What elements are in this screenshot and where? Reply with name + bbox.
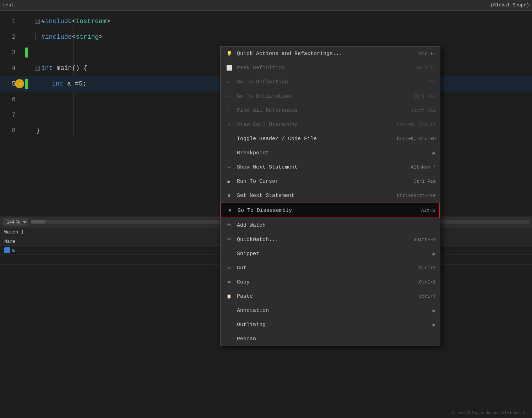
breakpoint-arrow: ▶ (433, 150, 436, 156)
menu-shortcut-go-to-disassembly: Alt+G (414, 208, 435, 213)
line-number-2: 2 (0, 33, 21, 40)
gutter-3 (21, 48, 32, 57)
menu-label-show-next: Show Next Statement (237, 164, 404, 170)
watch-var-icon (4, 247, 10, 253)
collapse-box-1[interactable]: − (35, 19, 40, 24)
line-number-4: 4 (0, 65, 21, 72)
line-number-7: 7 (0, 111, 21, 119)
menu-item-breakpoint[interactable]: Breakpoint ▶ (221, 146, 440, 160)
view-call-hierarchy-icon: ⊞ (225, 120, 233, 129)
go-to-disassembly-icon: ⊞ (226, 206, 234, 215)
menu-label-run-to-cursor: Run To Cursor (237, 178, 407, 185)
menu-label-go-to-definition: Go To Definition (237, 79, 420, 85)
menu-item-go-to-declaration[interactable]: ≡→ Go To Declaration Ctrl+F12 (221, 89, 440, 103)
arrow-indicator: → (15, 79, 24, 88)
code-content-1: − #include<iostream> (32, 18, 532, 25)
set-next-statement-icon: ≣ (225, 191, 233, 200)
menu-label-go-to-disassembly: Go To Disassembly (238, 208, 414, 214)
menu-label-rescan: Rescan (237, 336, 436, 342)
menu-shortcut-cut: Ctrl+X (412, 265, 436, 271)
menu-item-rescan[interactable]: Rescan (221, 332, 440, 346)
copy-icon: ⧉ (225, 278, 233, 286)
snippet-icon (225, 249, 233, 258)
menu-shortcut-view-call-hierarchy: Ctrl+K, Ctrl+T (390, 122, 436, 127)
menu-label-snippet: Snippet (237, 251, 430, 257)
menu-label-copy: Copy (237, 279, 412, 285)
cut-icon: ✂ (225, 264, 233, 272)
outlining-icon (225, 320, 233, 329)
menu-item-cut[interactable]: ✂ Cut Ctrl+X (221, 261, 440, 275)
scroll-thumb (31, 220, 45, 224)
menu-item-add-watch[interactable]: 👁 Add Watch (221, 218, 440, 232)
menu-item-show-next[interactable]: → Show Next Statement Alt+Num * (221, 160, 440, 174)
menu-item-view-call-hierarchy[interactable]: ⊞ View Call Hierarchy Ctrl+K, Ctrl+T (221, 117, 440, 132)
menu-item-peek-definition[interactable]: ⬜ Peek Definition Alt+F12 (221, 61, 440, 75)
menu-item-paste[interactable]: 📋 Paste Ctrl+V (221, 289, 440, 303)
menu-shortcut-set-next-statement: Ctrl+Shift+F10 (390, 193, 436, 198)
code-content-2: #include<string> (32, 33, 532, 40)
run-to-cursor-icon: ▶ (225, 177, 233, 186)
code-line-2: 2 #include<string> (0, 29, 532, 45)
quickwatch-icon: 👁 (225, 235, 233, 244)
lightbulb-icon: 💡 (225, 49, 233, 58)
menu-item-go-to-disassembly[interactable]: ⊞ Go To Disassembly Alt+G (221, 203, 440, 218)
menu-shortcut-paste: Ctrl+V (412, 294, 436, 299)
toggle-header-icon (225, 134, 233, 143)
menu-item-go-to-definition[interactable]: ≡→ Go To Definition F12 (221, 75, 440, 89)
menu-shortcut-run-to-cursor: Ctrl+F10 (407, 179, 436, 184)
zoom-select[interactable]: 144 % (3, 218, 28, 226)
menu-item-find-all-references[interactable]: ≡↕ Find All References Shift+F12 (221, 103, 440, 117)
menu-shortcut-quickwatch: Shift+F9 (407, 237, 436, 242)
menu-label-paste: Paste (237, 293, 412, 299)
menu-label-breakpoint: Breakpoint (237, 150, 430, 156)
code-line-1: 1 − #include<iostream> (0, 13, 532, 29)
add-watch-icon: 👁 (225, 221, 233, 230)
collapse-box-4[interactable]: − (35, 66, 40, 71)
context-menu: 💡 Quick Actions and Refactorings... Ctrl… (220, 46, 440, 346)
menu-label-find-all-references: Find All References (237, 108, 404, 114)
menu-item-outlining[interactable]: Outlining ▶ (221, 318, 440, 332)
menu-shortcut-go-to-declaration: Ctrl+F12 (407, 94, 436, 99)
menu-label-add-watch: Add Watch (237, 222, 429, 229)
menu-shortcut-copy: Ctrl+C (412, 280, 436, 285)
snippet-arrow: ▶ (433, 251, 436, 257)
line-number-8: 8 (0, 127, 21, 134)
menu-label-quick-actions: Quick Actions and Refactorings... (237, 51, 412, 57)
menu-label-annotation: Annotation (237, 308, 430, 314)
paste-icon: 📋 (225, 292, 233, 301)
show-next-icon: → (225, 163, 233, 171)
menu-item-copy[interactable]: ⧉ Copy Ctrl+C (221, 275, 440, 289)
menu-label-outlining: Outlining (237, 322, 430, 328)
menu-item-run-to-cursor[interactable]: ▶ Run To Cursor Ctrl+F10 (221, 174, 440, 188)
go-to-definition-icon: ≡→ (225, 78, 233, 86)
rescan-icon (225, 335, 233, 343)
menu-item-snippet[interactable]: Snippet ▶ (221, 247, 440, 261)
menu-shortcut-peek-definition: Alt+F12 (409, 65, 436, 71)
outlining-arrow: ▶ (433, 321, 436, 328)
menu-item-quickwatch[interactable]: 👁 QuickWatch... Shift+F9 (221, 232, 440, 247)
line-number-6: 6 (0, 96, 21, 103)
file-title: test (3, 2, 14, 8)
menu-label-toggle-header: Toggle Header / Code File (237, 136, 390, 142)
menu-shortcut-go-to-definition: F12 (420, 79, 436, 85)
scope-label: (Global Scope) (490, 2, 529, 8)
top-bar: test (Global Scope) (0, 0, 532, 11)
menu-shortcut-find-all-references: Shift+F12 (404, 108, 436, 113)
menu-label-view-call-hierarchy: View Call Hierarchy (237, 122, 390, 128)
menu-item-annotation[interactable]: Annotation ▶ (221, 303, 440, 318)
menu-item-set-next-statement[interactable]: ≣ Set Next Statement Ctrl+Shift+F10 (221, 188, 440, 203)
peek-definition-icon: ⬜ (225, 64, 233, 72)
menu-label-set-next-statement: Set Next Statement (237, 193, 390, 199)
menu-item-quick-actions[interactable]: 💡 Quick Actions and Refactorings... Ctrl… (221, 46, 440, 61)
go-to-declaration-icon: ≡→ (225, 92, 233, 100)
url-watermark: https://blog.csdn.net/alexhu2010q (450, 411, 528, 415)
menu-item-toggle-header[interactable]: Toggle Header / Code File Ctrl+K, Ctrl+O (221, 132, 440, 146)
gutter-5: → (21, 79, 32, 89)
menu-shortcut-toggle-header: Ctrl+K, Ctrl+O (390, 136, 436, 142)
annotation-arrow: ▶ (433, 307, 436, 314)
indent-bar-2 (35, 33, 40, 40)
breakpoint-icon (225, 149, 233, 157)
find-all-references-icon: ≡↕ (225, 106, 233, 115)
line-number-1: 1 (0, 18, 21, 25)
menu-shortcut-quick-actions: Ctrl+. (412, 51, 436, 56)
